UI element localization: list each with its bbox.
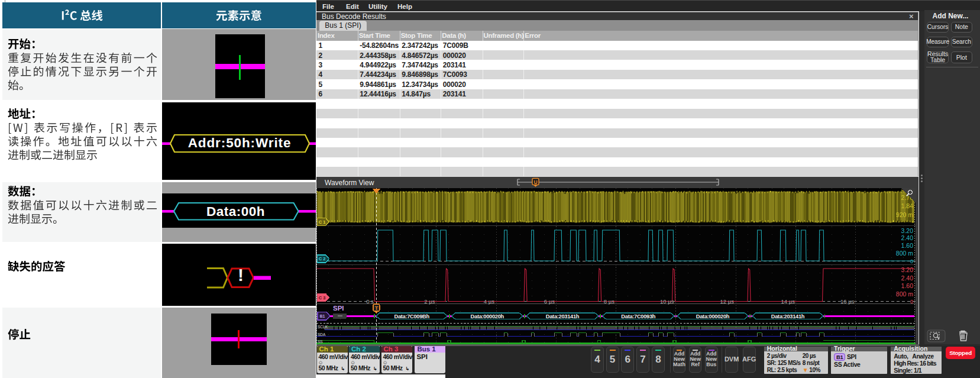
svg-text:Data:000020h: Data:000020h bbox=[696, 314, 730, 319]
svg-text:8 µs: 8 µs bbox=[604, 298, 614, 305]
svg-text:C 2: C 2 bbox=[319, 256, 326, 261]
svg-text:Data:203141h: Data:203141h bbox=[546, 314, 580, 319]
svg-text:Data:203141h: Data:203141h bbox=[771, 314, 805, 319]
svg-text:3.20: 3.20 bbox=[901, 227, 914, 234]
svg-text:3.20: 3.20 bbox=[901, 266, 914, 273]
svg-text:0: 0 bbox=[910, 259, 913, 264]
svg-text:Data:7C009Bh: Data:7C009Bh bbox=[394, 314, 429, 319]
svg-text:920 m: 920 m bbox=[896, 211, 913, 218]
svg-text:C 3: C 3 bbox=[319, 295, 326, 301]
svg-text:16 µs: 16 µs bbox=[840, 298, 855, 305]
svg-text:1.60: 1.60 bbox=[901, 242, 914, 249]
svg-text:SCLK: SCLK bbox=[318, 325, 328, 329]
svg-text:Data:7C0093h: Data:7C0093h bbox=[621, 314, 656, 319]
svg-text:2.40: 2.40 bbox=[901, 234, 914, 241]
svg-text:SS: SS bbox=[318, 340, 323, 344]
svg-text:Data:000020h: Data:000020h bbox=[471, 314, 504, 319]
svg-text:1.84: 1.84 bbox=[901, 202, 914, 209]
svg-text:800 m: 800 m bbox=[896, 290, 913, 298]
svg-text:800 m: 800 m bbox=[896, 250, 913, 257]
svg-text:0 s: 0 s bbox=[366, 298, 374, 305]
svg-text:C 1: C 1 bbox=[319, 219, 326, 225]
svg-text:4 µs: 4 µs bbox=[484, 298, 494, 305]
svg-text:T: T bbox=[375, 305, 379, 311]
svg-text:10 µs: 10 µs bbox=[660, 298, 674, 305]
svg-text:2.40: 2.40 bbox=[901, 274, 914, 282]
svg-text:1.60: 1.60 bbox=[901, 282, 914, 289]
svg-text:2 µs: 2 µs bbox=[424, 298, 435, 305]
svg-text:6 µs: 6 µs bbox=[544, 298, 555, 305]
svg-text:U: U bbox=[533, 179, 537, 185]
svg-text:0: 0 bbox=[910, 299, 913, 305]
svg-text:12 µs: 12 µs bbox=[720, 298, 735, 305]
svg-text:B1: B1 bbox=[320, 314, 325, 318]
svg-text:SDA: SDA bbox=[318, 332, 326, 337]
svg-text:14 µs: 14 µs bbox=[781, 298, 795, 305]
svg-text:SPI: SPI bbox=[333, 305, 344, 312]
